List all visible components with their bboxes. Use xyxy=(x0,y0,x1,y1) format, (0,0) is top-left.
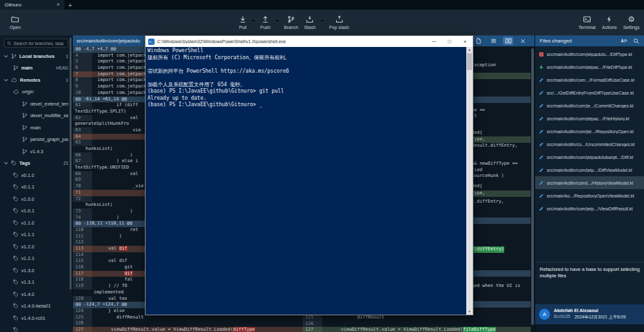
chevron-down-icon[interactable] xyxy=(319,19,325,23)
pencil-icon xyxy=(538,193,544,199)
sidebar-item-v1-4-0[interactable]: v1.4.0 xyxy=(0,288,72,300)
terminal-button[interactable]: Terminal xyxy=(576,11,597,34)
commit-author-card[interactable]: A Abdellah El Aissaoui 8cc0c35 2024年12月3… xyxy=(535,304,644,324)
sidebar-item-v1-2-1[interactable]: v1.2.1 xyxy=(0,253,72,265)
changed-file-row[interactable]: src/main/ko.../RepositoryOpenViewModel.k… xyxy=(535,189,644,202)
sidebar-item-item[interactable] xyxy=(0,324,72,332)
sidebar-item-devel-extend-termina[interactable]: devel_extend_termina xyxy=(0,98,72,110)
pencil-icon xyxy=(538,77,544,83)
sidebar-item-origin[interactable]: origin xyxy=(0,86,72,98)
changed-file-row[interactable]: src/main/kotlin/com/jetp.../ViewDiffResu… xyxy=(535,202,644,215)
changed-file-row[interactable]: src/main/kotlin/com/jetpac.../FileHistor… xyxy=(535,112,644,125)
stash-button[interactable]: Stash xyxy=(302,11,317,34)
changed-file-row[interactable]: src/main/kotlin/com/jetpackduba/git.../D… xyxy=(535,151,644,163)
pull-button[interactable]: Pull xyxy=(237,11,249,34)
sidebar-item-tags[interactable]: Tags21 xyxy=(0,158,72,170)
sidebar-item-v1-1-0[interactable]: v1.1.0 xyxy=(0,217,72,229)
open-repository-button[interactable]: Open xyxy=(8,11,23,34)
panel-bottom-strip xyxy=(535,324,644,332)
sidebar-item-devel-multifile-selecti[interactable]: devel_multifile_selecti xyxy=(0,110,72,122)
tag-icon xyxy=(13,196,19,202)
badge: 21 xyxy=(63,161,68,165)
cloud-icon xyxy=(11,77,17,83)
console-line xyxy=(147,61,465,68)
maximize-button[interactable]: □ xyxy=(442,36,457,47)
sidebar-item-v1-3-0[interactable]: v1.3.0 xyxy=(0,264,72,277)
minimize-button[interactable]: ─ xyxy=(426,36,442,47)
sidebar-item-main[interactable]: mainHEAD xyxy=(0,62,72,75)
new-tab-button[interactable]: + xyxy=(64,0,76,10)
text-filter-icon[interactable] xyxy=(620,37,627,44)
commit-hash: 8cc0c35 xyxy=(554,314,570,320)
sidebar-item-remotes[interactable]: Remotes1 xyxy=(0,74,72,86)
tag-icon xyxy=(13,255,19,261)
commit-message: Refactored to have a base to support sel… xyxy=(535,262,644,304)
changed-file-row[interactable]: src/main/kotlin/com/je.../CommitChanges.… xyxy=(535,99,644,112)
toolbar-right-group: TerminalActions⚙Settings xyxy=(576,11,641,34)
tab-gitnuro[interactable]: Gitnuro × xyxy=(0,0,64,10)
sidebar-item-v1-0-1[interactable]: v1.0.1 xyxy=(0,205,72,217)
sidebar-item-v1-1-1[interactable]: v1.1.1 xyxy=(0,229,72,241)
sidebar-item-v1-0-0[interactable]: v1.0.0 xyxy=(0,193,72,205)
scroll-up-icon[interactable]: ▲ xyxy=(468,47,471,53)
sidebar-item-v1-4-0-beta01[interactable]: v1.4.0-beta01 xyxy=(0,300,72,313)
powershell-window[interactable]: >_ C:\Windows\System32\WindowsPowerShell… xyxy=(145,35,473,315)
push-button[interactable]: Push xyxy=(258,11,272,34)
chevron-down-icon[interactable] xyxy=(274,19,280,23)
sidebar-scrollbar[interactable] xyxy=(70,37,71,290)
scrollbar-thumb[interactable] xyxy=(467,53,472,70)
unified-view-icon[interactable] xyxy=(488,37,498,45)
pencil-icon xyxy=(538,103,544,109)
toolbar-center-group: PullPushBranchStashPop stash xyxy=(237,11,351,34)
powershell-icon: >_ xyxy=(148,39,155,45)
close-diff-icon[interactable] xyxy=(518,37,528,45)
sidebar-item-local-branches[interactable]: Local branches1 xyxy=(0,50,72,62)
changed-file-row[interactable]: src/.../GetDiffEntryFromDiffTypeUseCase.… xyxy=(535,86,644,99)
changed-file-row[interactable]: src/main/kotlin/com/jetpackdu.../DiffTyp… xyxy=(535,48,644,60)
settings-button[interactable]: ⚙Settings xyxy=(621,11,641,34)
changed-file-row[interactable]: src/main/kotlin/com.../FormatDiffUseCase… xyxy=(535,73,644,86)
sidebar-item-v1-3-1[interactable]: v1.3.1 xyxy=(0,277,72,289)
close-button[interactable]: × xyxy=(457,36,473,47)
scroll-down-icon[interactable]: ▼ xyxy=(468,309,471,315)
chevron-down-icon[interactable] xyxy=(251,19,256,23)
pop-stash-button[interactable]: Pop stash xyxy=(327,11,351,34)
commit-date: 2024年12月30日 上午8:09 xyxy=(574,314,625,320)
chevron-down-icon xyxy=(4,161,8,165)
branch-button[interactable]: Branch xyxy=(282,11,300,34)
pencil-icon xyxy=(538,129,544,134)
console-scrollbar[interactable]: ▲ ▼ xyxy=(466,47,473,315)
changed-file-row[interactable]: src/main/kotlin/com/jet.../RepositoryOpe… xyxy=(535,125,644,138)
sidebar-item-v1-4-3[interactable]: v1.4.3 xyxy=(0,145,72,158)
sidebar-tree: Local branches1mainHEADRemotes1origindev… xyxy=(0,50,72,332)
sidebar-item-v0-1-1[interactable]: v0.1.1 xyxy=(0,181,72,194)
changed-file-row[interactable]: src/main/kotlin/com/jetp.../DiffViewMode… xyxy=(535,163,644,176)
sidebar-item-v1-2-0[interactable]: v1.2.0 xyxy=(0,241,72,253)
open-label: Open xyxy=(10,25,21,30)
actions-button[interactable]: Actions xyxy=(600,11,619,34)
tag-icon xyxy=(13,172,19,178)
search-input[interactable] xyxy=(14,41,65,46)
split-view-icon[interactable] xyxy=(503,37,513,45)
changed-file-row[interactable]: +src/main/kotlin/com/jetpac.../FileDiffT… xyxy=(535,60,644,73)
sidebar-item-v0-1-0[interactable]: v0.1.0 xyxy=(0,169,72,181)
branch-icon xyxy=(13,65,19,71)
changed-file-row[interactable]: src/main/kotlin/com/j.../HistoryViewMode… xyxy=(535,176,644,189)
sidebar-item-persist-graph-paddin[interactable]: persist_graph_paddin xyxy=(0,134,72,146)
diff-row: 127 viewDiffResult.value = ViewDiffResul… xyxy=(303,327,531,332)
branch-search-box[interactable] xyxy=(4,39,68,48)
tag-icon xyxy=(13,244,19,250)
console-line: Windows PowerShell xyxy=(147,48,465,55)
powershell-title-bar[interactable]: >_ C:\Windows\System32\WindowsPowerShell… xyxy=(146,36,473,47)
changed-file-row[interactable]: src/main/kotlin/co.../UncommitedChanges.… xyxy=(535,138,644,151)
file-icon[interactable] xyxy=(473,37,484,45)
console-line: 尝试新的跨平台 PowerShell https://aka.ms/pscore… xyxy=(147,68,465,75)
powershell-console[interactable]: Windows PowerShell版权所有 (C) Microsoft Cor… xyxy=(146,47,473,315)
search-icon[interactable] xyxy=(633,38,639,44)
tag-icon xyxy=(13,315,19,321)
branch-icon xyxy=(22,125,28,131)
tab-close-icon[interactable]: × xyxy=(57,2,60,8)
sidebar-item-v1-4-0-rc01[interactable]: v1.4.0-rc01 xyxy=(0,312,72,324)
sidebar-item-main[interactable]: main xyxy=(0,122,72,134)
diff-scrollbar[interactable] xyxy=(531,48,534,325)
